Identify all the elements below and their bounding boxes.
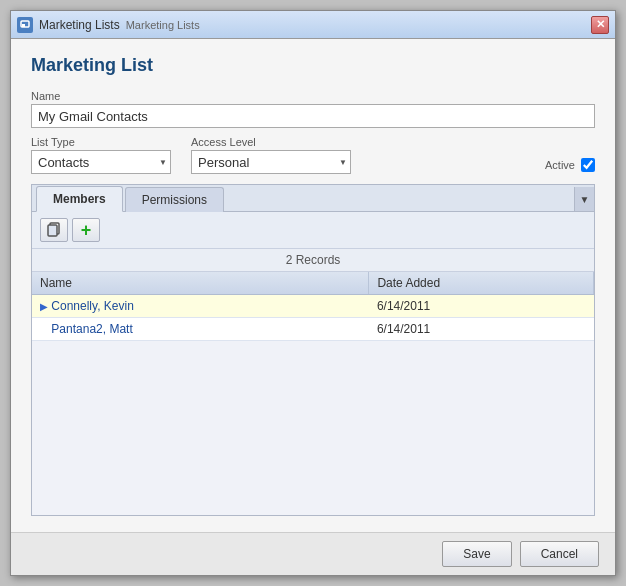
save-button[interactable]: Save [442, 541, 511, 567]
tabs-section: Members Permissions ▼ + [31, 184, 595, 516]
fields-row: List Type Contacts Leads Accounts Access… [31, 136, 595, 174]
list-type-label: List Type [31, 136, 171, 148]
name-label: Name [31, 90, 595, 102]
title-bar-subtitle: Marketing Lists [126, 19, 200, 31]
table-row[interactable]: ▶ Connelly, Kevin 6/14/2011 [32, 295, 594, 318]
list-type-select[interactable]: Contacts Leads Accounts [31, 150, 171, 174]
marketing-list-window: Marketing Lists Marketing Lists ✕ Market… [10, 10, 616, 576]
title-bar-left: Marketing Lists Marketing Lists [17, 17, 200, 33]
tabs-dropdown-button[interactable]: ▼ [574, 187, 594, 211]
tab-members[interactable]: Members [36, 186, 123, 212]
plus-icon: + [81, 221, 92, 239]
access-level-select-wrapper: Personal Team Organization [191, 150, 351, 174]
row-date-cell: 6/14/2011 [369, 295, 594, 318]
table-row[interactable]: ▶ Pantana2, Matt 6/14/2011 [32, 318, 594, 341]
row-date-cell: 6/14/2011 [369, 318, 594, 341]
access-level-label: Access Level [191, 136, 351, 148]
form-section: Name List Type Contacts Leads Accounts [31, 90, 595, 174]
title-bar-title: Marketing Lists [39, 18, 120, 32]
col-header-date-added: Date Added [369, 272, 594, 295]
row-arrow-icon: ▶ [40, 324, 48, 335]
copy-icon [46, 222, 62, 238]
row-name-cell: ▶ Connelly, Kevin [32, 295, 369, 318]
list-type-select-wrapper: Contacts Leads Accounts [31, 150, 171, 174]
tab-permissions[interactable]: Permissions [125, 187, 224, 212]
cancel-button[interactable]: Cancel [520, 541, 599, 567]
name-input[interactable] [31, 104, 595, 128]
svg-rect-3 [48, 225, 57, 236]
svg-rect-1 [22, 24, 25, 27]
copy-button[interactable] [40, 218, 68, 242]
members-table-container: Name Date Added ▶ Conn [32, 272, 594, 515]
active-group: Active [545, 158, 595, 174]
row-name-cell: ▶ Pantana2, Matt [32, 318, 369, 341]
access-level-group: Access Level Personal Team Organization [191, 136, 351, 174]
close-button[interactable]: ✕ [591, 16, 609, 34]
tabs-header: Members Permissions ▼ [32, 185, 594, 212]
active-label: Active [545, 159, 575, 171]
active-checkbox[interactable] [581, 158, 595, 172]
members-table: Name Date Added ▶ Conn [32, 272, 594, 341]
access-level-select[interactable]: Personal Team Organization [191, 150, 351, 174]
member-name[interactable]: Pantana2, Matt [51, 322, 132, 336]
col-header-name: Name [32, 272, 369, 295]
window-icon [17, 17, 33, 33]
page-title: Marketing List [31, 55, 595, 76]
members-toolbar: + [32, 212, 594, 249]
member-name[interactable]: Connelly, Kevin [51, 299, 134, 313]
window-content: Marketing List Name List Type Contacts L… [11, 39, 615, 532]
tab-content-members: + 2 Records Name [32, 212, 594, 515]
window-footer: Save Cancel [11, 532, 615, 575]
table-header: Name Date Added [32, 272, 594, 295]
name-field-group: Name [31, 90, 595, 128]
title-bar: Marketing Lists Marketing Lists ✕ [11, 11, 615, 39]
add-button[interactable]: + [72, 218, 100, 242]
row-arrow-icon: ▶ [40, 301, 48, 312]
list-type-group: List Type Contacts Leads Accounts [31, 136, 171, 174]
table-body: ▶ Connelly, Kevin 6/14/2011 ▶ [32, 295, 594, 341]
table-header-row: Name Date Added [32, 272, 594, 295]
records-count: 2 Records [32, 249, 594, 272]
